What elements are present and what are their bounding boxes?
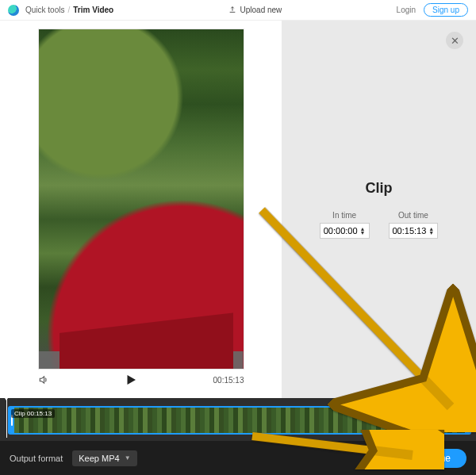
done-button[interactable]: Done	[412, 449, 466, 468]
chevron-down-icon: ▼	[125, 454, 131, 462]
breadcrumb-root[interactable]: Quick tools	[25, 6, 64, 14]
svg-rect-0	[466, 383, 473, 389]
clip-handle-right[interactable]	[465, 408, 470, 433]
in-time-input[interactable]: 00:00:00 ▲ ▼	[320, 223, 370, 239]
breadcrumb-current: Trim Video	[73, 6, 113, 14]
bottom-bar: Output format Keep MP4 ▼ Done	[0, 441, 476, 475]
top-bar: Quick tools / Trim Video Upload new Logi…	[0, 0, 476, 21]
output-format-dropdown[interactable]: Keep MP4 ▼	[72, 450, 136, 466]
panel-title: Clip	[366, 180, 393, 197]
clip-strip[interactable]: Clip 00:15:13	[8, 406, 471, 435]
chevron-down-icon[interactable]: ▼	[360, 231, 366, 235]
video-preview[interactable]	[38, 29, 244, 370]
format-selected: Keep MP4	[79, 454, 119, 463]
playhead[interactable]	[6, 398, 7, 438]
upload-new-button[interactable]: Upload new	[113, 6, 396, 15]
breadcrumb-separator: /	[67, 6, 70, 14]
signup-button[interactable]: Sign up	[424, 3, 468, 17]
duration-display: 00:15:13	[213, 376, 244, 385]
out-time-label: Out time	[398, 211, 428, 220]
trim-icon	[464, 380, 475, 391]
in-time-value: 00:00:00	[324, 226, 358, 236]
out-time-input[interactable]: 00:15:13 ▲ ▼	[389, 223, 439, 239]
in-time-label: In time	[332, 211, 356, 220]
timeline[interactable]: Clip 00:15:13	[0, 398, 476, 441]
close-panel-button[interactable]: ✕	[446, 32, 463, 49]
app-logo-icon	[8, 5, 19, 16]
close-icon: ✕	[451, 35, 459, 47]
out-time-stepper[interactable]: ▲ ▼	[428, 227, 434, 235]
preview-pane: 00:15:13	[0, 21, 282, 398]
chevron-down-icon[interactable]: ▼	[428, 231, 434, 235]
clip-side-panel: ✕ Clip In time 00:00:00 ▲ ▼ Out time 00:…	[282, 21, 476, 398]
clip-badge: Clip 00:15:13	[11, 409, 55, 418]
out-time-value: 00:15:13	[393, 226, 427, 236]
upload-icon	[228, 6, 236, 15]
upload-new-label: Upload new	[240, 6, 282, 14]
output-format-label: Output format	[10, 454, 63, 463]
trim-tool-chip[interactable]	[460, 376, 476, 395]
volume-icon[interactable]	[38, 374, 49, 385]
login-link[interactable]: Login	[397, 6, 416, 14]
play-button[interactable]	[124, 373, 138, 387]
in-time-stepper[interactable]: ▲ ▼	[360, 227, 366, 235]
